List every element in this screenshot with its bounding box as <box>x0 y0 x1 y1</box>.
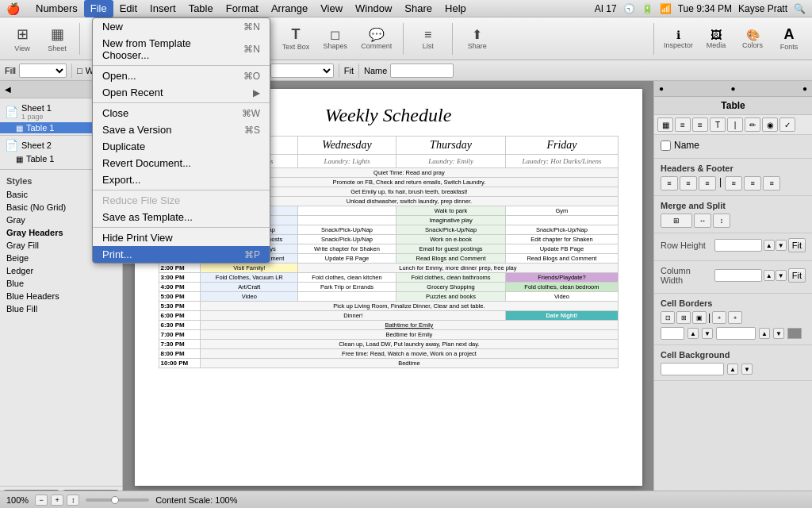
border-btn4[interactable]: + <box>712 311 726 324</box>
col-width-down[interactable]: ▼ <box>776 270 787 281</box>
zoom-fit-btn[interactable]: ↕ <box>67 495 79 506</box>
menu-view[interactable]: View <box>314 0 349 17</box>
menu-window[interactable]: Window <box>349 0 398 17</box>
hf-btn4[interactable]: ≡ <box>725 176 742 190</box>
table-format-btn3[interactable]: ≡ <box>692 117 708 132</box>
data-cell: Grocery Shopping <box>396 283 506 292</box>
table-format-btn7[interactable]: ◉ <box>762 117 778 132</box>
toolbar-shapes-btn[interactable]: ◻ Shapes <box>317 25 353 52</box>
menu-hide-print[interactable]: Hide Print View <box>93 229 270 246</box>
merge-btn2[interactable]: ↔ <box>694 214 711 228</box>
menu-edit[interactable]: Edit <box>113 0 144 17</box>
zoom-slider[interactable] <box>86 498 149 502</box>
border-color-swatch[interactable] <box>787 328 802 339</box>
border-btn1[interactable]: ⊡ <box>661 311 675 324</box>
row-height-fit-btn[interactable]: Fit <box>788 238 806 252</box>
zoom-in-btn[interactable]: + <box>51 495 63 506</box>
border-style-down[interactable]: ▼ <box>773 328 784 339</box>
menu-format[interactable]: Format <box>220 0 265 17</box>
zoom-out-btn[interactable]: − <box>35 495 48 506</box>
menu-open[interactable]: Open... ⌘O <box>93 67 270 84</box>
menu-arrange[interactable]: Arrange <box>265 0 314 17</box>
menu-new-template[interactable]: New from Template Chooser... ⌘N <box>93 35 270 64</box>
hf-btn3[interactable]: ≡ <box>699 176 716 190</box>
menu-open-recent[interactable]: Open Recent ▶ <box>93 84 270 101</box>
menu-save-version[interactable]: Save a Version ⌘S <box>93 121 270 138</box>
merge-btn3[interactable]: ↕ <box>713 214 730 228</box>
format-fill-select[interactable] <box>19 64 67 78</box>
table1-icon: ▦ <box>16 124 23 133</box>
toolbar-fonts-btn[interactable]: A Fonts <box>772 25 806 52</box>
toolbar-textbox-btn[interactable]: T Text Box <box>278 25 315 52</box>
border-btn2[interactable]: ⊞ <box>676 311 691 324</box>
table-format-btn8[interactable]: ✓ <box>779 117 795 132</box>
menu-new[interactable]: New ⌘N <box>93 18 270 35</box>
zoom-slider-thumb[interactable] <box>111 496 119 504</box>
hf-btn1[interactable]: ≡ <box>661 176 678 190</box>
row-height-down[interactable]: ▼ <box>776 240 787 251</box>
toolbar-comment-btn[interactable]: 💬 Comment <box>356 25 396 52</box>
apple-menu-icon[interactable]: 🍎 <box>6 2 20 15</box>
format-name-input[interactable] <box>390 64 454 78</box>
menu-export[interactable]: Export... <box>93 171 270 188</box>
border-width-input[interactable] <box>661 327 684 340</box>
border-width-down[interactable]: ▼ <box>702 328 713 339</box>
hf-btn5[interactable]: ≡ <box>744 176 761 190</box>
col-width-input[interactable] <box>714 269 762 282</box>
menu-table[interactable]: Table <box>182 0 220 17</box>
table-format-btn2[interactable]: ≡ <box>675 117 691 132</box>
border-width-up[interactable]: ▲ <box>688 328 699 339</box>
menu-save-template[interactable]: Save as Template... <box>93 209 270 225</box>
table-format-btn5[interactable]: | <box>727 117 743 132</box>
merge-btn1[interactable]: ⊞ <box>661 214 692 228</box>
right-panel-maximize-icon[interactable]: ● <box>802 84 807 93</box>
sidebar-expand-icon[interactable]: ◀ <box>5 85 11 94</box>
hf-btn6[interactable]: ≡ <box>763 176 780 190</box>
col-width-label: Column Width <box>661 266 714 285</box>
table-format-btn6[interactable]: ✏ <box>745 117 760 132</box>
style-blue[interactable]: Blue <box>3 277 119 290</box>
menu-file[interactable]: File <box>84 0 113 17</box>
row-height-up[interactable]: ▲ <box>764 240 775 251</box>
menu-revert[interactable]: Revert Document... <box>93 155 270 171</box>
border-btn3[interactable]: ▣ <box>692 311 707 324</box>
toolbar-view-btn[interactable]: ⊞ View <box>6 24 38 54</box>
style-blue-fill[interactable]: Blue Fill <box>3 302 119 315</box>
table-format-btn4[interactable]: T <box>710 117 726 132</box>
right-panel-close-icon[interactable]: ● <box>659 84 664 93</box>
menu-duplicate[interactable]: Duplicate <box>93 138 270 155</box>
menu-numbers[interactable]: Numbers <box>29 0 84 17</box>
border-style-up[interactable]: ▲ <box>759 328 770 339</box>
col-width-up[interactable]: ▲ <box>764 270 775 281</box>
bg-style-up[interactable]: ▲ <box>727 364 738 375</box>
table-format-btn[interactable]: ▦ <box>657 117 673 132</box>
hf-btn2[interactable]: ≡ <box>680 176 697 190</box>
format-style-select[interactable] <box>270 64 334 78</box>
style-ledger[interactable]: Ledger <box>3 264 119 277</box>
bg-style-input[interactable] <box>661 363 724 375</box>
span-cell: Bedtime <box>201 359 618 368</box>
menu-search-icon[interactable]: 🔍 <box>794 3 806 14</box>
col-width-fit-btn[interactable]: Fit <box>788 268 806 283</box>
toolbar-sheet-btn[interactable]: ▦ Sheet <box>41 24 73 54</box>
name-checkbox[interactable] <box>661 140 671 151</box>
right-panel-minimize-icon[interactable]: ● <box>730 84 735 93</box>
menu-help[interactable]: Help <box>439 0 473 17</box>
menu-close[interactable]: Close ⌘W <box>93 105 270 121</box>
menu-print[interactable]: Print... ⌘P <box>93 246 270 263</box>
toolbar-list-btn[interactable]: ≡ List <box>410 26 446 52</box>
toolbar-media-btn[interactable]: 🖼 Media <box>699 27 733 51</box>
bg-style-down[interactable]: ▼ <box>741 364 753 375</box>
menu-share[interactable]: Share <box>398 0 439 17</box>
row-height-input[interactable] <box>714 239 762 252</box>
style-blue-headers[interactable]: Blue Headers <box>3 290 119 302</box>
toolbar-colors-btn[interactable]: 🎨 Colors <box>736 27 769 51</box>
menu-insert[interactable]: Insert <box>144 0 182 17</box>
border-style-input[interactable] <box>716 327 756 340</box>
share-label: Share <box>468 42 487 50</box>
toolbar-inspector-btn[interactable]: ℹ Inspector <box>661 27 696 51</box>
toolbar-share-btn[interactable]: ⬆ Share <box>459 25 495 52</box>
border-btn5[interactable]: + <box>728 311 742 324</box>
right-panel-name-section: Name <box>654 135 812 159</box>
col-width-stepper: ▲ ▼ <box>764 270 787 281</box>
